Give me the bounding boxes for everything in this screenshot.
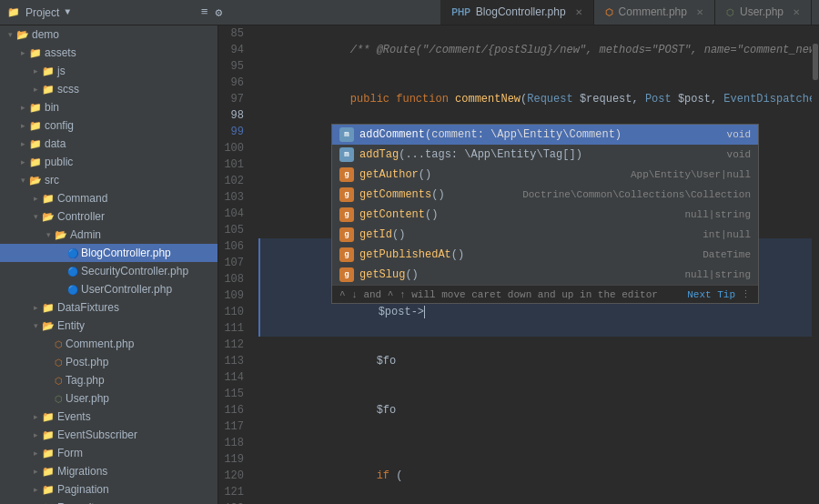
ac-item-getcontent[interactable]: g getContent() null|string xyxy=(332,205,758,225)
tab-user[interactable]: ⬡ User.php ✕ xyxy=(715,0,812,25)
sidebar-item-scss[interactable]: ▸ 📁 scss xyxy=(0,80,217,98)
sidebar-label-controller: Controller xyxy=(57,210,105,223)
sidebar-item-assets[interactable]: ▸ 📁 assets xyxy=(0,44,217,62)
ac-name-addtag: addTag(...tags: \App\Entity\Tag[]) xyxy=(359,148,582,161)
sidebar-label-demo: demo xyxy=(32,28,59,41)
tab-php-icon-3: ⬡ xyxy=(726,7,734,17)
sidebar-item-config[interactable]: ▸ 📁 config xyxy=(0,116,217,135)
sidebar-label-form: Form xyxy=(57,447,83,459)
editor: 85 94 95 96 97 98 99 100 101 102 103 104… xyxy=(218,25,819,504)
sidebar-item-pagination[interactable]: ▸ 📁 Pagination xyxy=(0,480,217,499)
sidebar-item-user-php[interactable]: ⬡ User.php xyxy=(0,389,217,408)
list-icon[interactable]: ≡ xyxy=(201,5,208,20)
ac-name-addcomment: addComment(comment: \App\Entity\Comment) xyxy=(359,128,622,141)
tab-blogcontroller[interactable]: PHP BlogController.php ✕ xyxy=(440,0,593,25)
sidebar-label-events: Events xyxy=(57,410,91,423)
sidebar-item-entity[interactable]: ▾ 📂 Entity xyxy=(0,317,217,335)
ac-type-addtag: void xyxy=(727,149,751,160)
ac-hint-dots[interactable]: ⋮ xyxy=(741,288,751,300)
sidebar-label-eventsubscriber: EventSubscriber xyxy=(57,428,137,441)
editor-scrollbar[interactable] xyxy=(812,25,819,504)
sidebar-item-events[interactable]: ▸ 📁 Events xyxy=(0,408,217,426)
sidebar-item-src[interactable]: ▾ 📂 src xyxy=(0,171,217,189)
sidebar-item-admin[interactable]: ▾ 📂 Admin xyxy=(0,226,217,244)
code-line-103: if ( xyxy=(258,451,812,500)
sidebar-item-form[interactable]: ▸ 📁 Form xyxy=(0,444,217,462)
tab-bar: PHP BlogController.php ✕ ⬡ Comment.php ✕… xyxy=(440,0,812,25)
line-numbers: 85 94 95 96 97 98 99 100 101 102 103 104… xyxy=(218,25,251,504)
sidebar-item-command[interactable]: ▸ 📁 Command xyxy=(0,189,217,207)
ac-item-addcomment[interactable]: m addComment(comment: \App\Entity\Commen… xyxy=(332,125,758,145)
ac-icon-getslug: g xyxy=(339,267,354,282)
sidebar-item-public[interactable]: ▸ 📁 public xyxy=(0,153,217,171)
sidebar-label-migrations: Migrations xyxy=(57,465,107,478)
sidebar-label-user-php: User.php xyxy=(66,392,109,405)
ac-icon-getpublishedat: g xyxy=(339,247,354,262)
ac-type-getslug: null|string xyxy=(684,269,751,280)
sidebar-label-post-php: Post.php xyxy=(66,356,108,368)
sidebar-item-demo[interactable]: ▾ 📂 demo xyxy=(0,25,217,44)
tab-label-1: BlogController.php xyxy=(476,5,566,18)
ac-type-getid: int|null xyxy=(703,229,751,240)
sidebar-item-bin[interactable]: ▸ 📁 bin xyxy=(0,98,217,116)
sidebar: ▾ 📂 demo ▸ 📁 assets ▸ 📁 js ▸ 📁 scss ▸ 📁 xyxy=(0,25,218,504)
sidebar-label-usercontroller: UserController.php xyxy=(81,283,172,296)
ac-item-getpublishedat[interactable]: g getPublishedAt() DateTime xyxy=(332,245,758,265)
project-label: Project xyxy=(25,6,59,19)
settings-icon[interactable]: ⚙ xyxy=(215,5,222,20)
sidebar-item-data[interactable]: ▸ 📁 data xyxy=(0,135,217,153)
folder-icon-main: 📁 xyxy=(7,6,20,18)
ac-item-getid[interactable]: g getId() int|null xyxy=(332,225,758,245)
code-line-100: $fo xyxy=(258,337,812,386)
tab-label-3: User.php xyxy=(740,5,784,18)
sidebar-item-tag-php[interactable]: ⬡ Tag.php xyxy=(0,371,217,389)
ac-item-getauthor[interactable]: g getAuthor() App\Entity\User|null xyxy=(332,165,758,185)
code-line-102 xyxy=(258,435,812,451)
sidebar-item-js[interactable]: ▸ 📁 js xyxy=(0,62,217,80)
tab-close-2[interactable]: ✕ xyxy=(696,7,703,17)
sidebar-label-comment-php: Comment.php xyxy=(66,338,134,350)
ac-item-getcomments[interactable]: g getComments() Doctrine\Common\Collecti… xyxy=(332,185,758,205)
sidebar-item-blogcontroller[interactable]: 🔵 BlogController.php xyxy=(0,244,217,262)
tab-close-3[interactable]: ✕ xyxy=(793,7,800,17)
ac-type-getcontent: null|string xyxy=(684,209,751,220)
ac-name-getslug: getSlug() xyxy=(359,268,419,281)
sidebar-item-controller[interactable]: ▾ 📂 Controller xyxy=(0,207,217,226)
ac-type-getcomments: Doctrine\Common\Collections\Collection xyxy=(522,189,751,200)
ac-type-getauthor: App\Entity\User|null xyxy=(631,169,751,180)
tab-php-icon-2: ⬡ xyxy=(605,7,613,17)
sidebar-item-repository[interactable]: ▸ 📁 Repository xyxy=(0,499,217,504)
line-numbers-editor: 85 94 95 96 97 98 99 100 101 102 103 104… xyxy=(218,25,819,504)
sidebar-label-data: data xyxy=(45,137,66,150)
ac-hint-link[interactable]: Next Tip xyxy=(687,289,735,300)
sidebar-label-pagination: Pagination xyxy=(57,483,109,496)
code-area[interactable]: /** @Route("/comment/{postSlug}/new", me… xyxy=(251,25,812,504)
sidebar-label-js: js xyxy=(57,65,66,77)
tab-php-icon-1: PHP xyxy=(451,7,470,17)
dropdown-arrow-icon[interactable]: ▼ xyxy=(65,7,70,17)
ac-name-getcontent: getContent() xyxy=(359,208,438,221)
sidebar-item-eventsubscriber[interactable]: ▸ 📁 EventSubscriber xyxy=(0,426,217,444)
code-line-101: $fo xyxy=(258,386,812,435)
sidebar-label-tag-php: Tag.php xyxy=(66,374,105,387)
tab-comment[interactable]: ⬡ Comment.php ✕ xyxy=(594,0,715,25)
ac-item-addtag[interactable]: m addTag(...tags: \App\Entity\Tag[]) voi… xyxy=(332,145,758,165)
sidebar-item-migrations[interactable]: ▸ 📁 Migrations xyxy=(0,462,217,480)
sidebar-label-assets: assets xyxy=(45,46,76,59)
sidebar-item-post-php[interactable]: ⬡ Post.php xyxy=(0,353,217,371)
sidebar-item-securitycontroller[interactable]: 🔵 SecurityController.php xyxy=(0,262,217,280)
sidebar-label-securitycontroller: SecurityController.php xyxy=(81,265,188,277)
ac-icon-getcomments: g xyxy=(339,187,354,202)
tab-close-1[interactable]: ✕ xyxy=(575,7,582,17)
sidebar-item-comment-php[interactable]: ⬡ Comment.php xyxy=(0,335,217,353)
autocomplete-hint: ^ ↓ and ^ ↑ will move caret down and up … xyxy=(332,285,758,303)
ac-type-getpublishedat: DateTime xyxy=(703,249,751,260)
tab-label-2: Comment.php xyxy=(619,5,687,18)
ac-name-getpublishedat: getPublishedAt() xyxy=(359,248,464,261)
ac-icon-addtag: m xyxy=(339,147,354,162)
sidebar-label-datafixtures: DataFixtures xyxy=(57,301,119,314)
sidebar-item-datafixtures[interactable]: ▸ 📁 DataFixtures xyxy=(0,298,217,317)
sidebar-item-usercontroller[interactable]: 🔵 UserController.php xyxy=(0,280,217,298)
ac-item-getslug[interactable]: g getSlug() null|string xyxy=(332,265,758,285)
code-line-94: public function commentNew(Request $requ… xyxy=(258,75,812,124)
